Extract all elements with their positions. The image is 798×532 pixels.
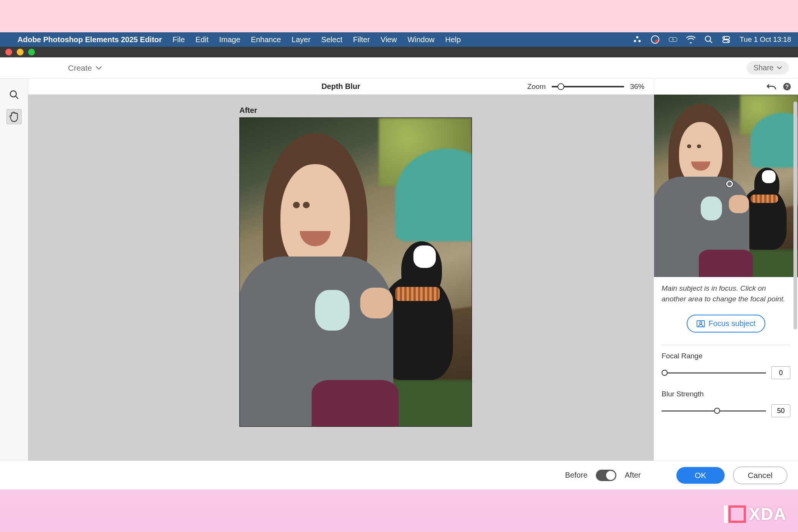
svg-text:?: ?: [785, 83, 788, 90]
focus-subject-button[interactable]: Focus subject: [687, 315, 765, 332]
xda-watermark: XDA: [728, 505, 787, 524]
create-dropdown[interactable]: Create: [68, 63, 102, 73]
battery-icon[interactable]: [669, 37, 677, 42]
adjustments-panel: ? Main subject is in focus. Click on ano…: [654, 79, 798, 461]
svg-point-1: [634, 40, 636, 42]
chevron-down-icon: [96, 66, 102, 70]
clock[interactable]: Tue 1 Oct 13:18: [739, 35, 791, 44]
tool-palette: [0, 79, 28, 461]
menu-enhance[interactable]: Enhance: [251, 35, 281, 44]
menu-edit[interactable]: Edit: [195, 35, 208, 44]
zoom-tool[interactable]: [6, 87, 22, 102]
chevron-down-icon: [777, 66, 782, 70]
focal-selector-image[interactable]: [654, 95, 798, 277]
portrait-icon: [697, 320, 705, 327]
cancel-button[interactable]: Cancel: [733, 467, 787, 484]
help-icon[interactable]: ?: [783, 82, 791, 91]
svg-point-2: [638, 40, 641, 42]
after-label: After: [239, 106, 257, 115]
menu-image[interactable]: Image: [219, 35, 241, 44]
zoom-slider-knob[interactable]: [557, 83, 564, 90]
before-label: Before: [565, 471, 587, 480]
menu-select[interactable]: Select: [321, 35, 342, 44]
svg-point-9: [724, 37, 725, 39]
svg-line-6: [710, 41, 712, 43]
focus-subject-label: Focus subject: [709, 319, 755, 328]
wifi-icon[interactable]: [686, 36, 695, 43]
record-icon[interactable]: [651, 35, 660, 44]
menu-view[interactable]: View: [380, 35, 397, 44]
macos-menubar: Adobe Photoshop Elements 2025 Editor Fil…: [0, 32, 798, 47]
menu-file[interactable]: File: [173, 35, 185, 44]
window-titlebar: [0, 47, 798, 57]
divider: [662, 345, 790, 345]
search-icon[interactable]: [705, 35, 713, 44]
ok-button[interactable]: OK: [676, 467, 724, 484]
after-label: After: [625, 471, 641, 480]
zoom-label: Zoom: [527, 82, 546, 91]
hint-text: Main subject is in focus. Click on anoth…: [662, 283, 790, 304]
svg-point-10: [727, 41, 729, 42]
app-name: Adobe Photoshop Elements 2025 Editor: [17, 35, 162, 44]
menu-window[interactable]: Window: [407, 35, 434, 44]
blur-strength-label: Blur Strength: [662, 390, 790, 398]
before-after-toggle[interactable]: [596, 470, 616, 481]
svg-point-16: [700, 322, 702, 324]
minimize-window-button[interactable]: [17, 49, 24, 55]
focal-range-knob[interactable]: [662, 370, 668, 376]
svg-point-0: [636, 36, 638, 38]
focal-range-value[interactable]: 0: [771, 366, 790, 379]
menu-filter[interactable]: Filter: [353, 35, 370, 44]
share-dropdown[interactable]: Share: [747, 61, 789, 74]
svg-line-12: [16, 96, 18, 99]
control-center-icon[interactable]: [722, 35, 730, 44]
share-label: Share: [754, 63, 774, 72]
focal-range-slider[interactable]: [662, 372, 766, 374]
mode-title: Depth Blur: [321, 82, 360, 91]
canvas-area: Depth Blur Zoom 36% After: [28, 79, 654, 461]
undo-icon[interactable]: [767, 83, 777, 90]
app-topbar: Create Share: [0, 57, 798, 79]
zoom-slider[interactable]: [552, 86, 624, 87]
svg-point-11: [10, 91, 16, 97]
blur-strength-slider[interactable]: [662, 410, 766, 412]
svg-point-3: [651, 36, 659, 43]
zoom-value: 36%: [630, 82, 644, 91]
svg-point-5: [705, 36, 711, 41]
panel-scrollbar[interactable]: [793, 101, 797, 329]
focal-point-marker[interactable]: [726, 180, 733, 187]
focal-range-label: Focal Range: [662, 352, 790, 360]
blur-strength-value[interactable]: 50: [771, 404, 790, 417]
menu-help[interactable]: Help: [445, 35, 461, 44]
blur-strength-knob[interactable]: [714, 408, 720, 414]
svg-point-4: [655, 40, 658, 43]
menu-layer[interactable]: Layer: [291, 35, 310, 44]
zoom-window-button[interactable]: [28, 49, 35, 55]
status-dots-icon[interactable]: [633, 35, 641, 44]
close-window-button[interactable]: [5, 49, 12, 55]
hand-tool[interactable]: [6, 109, 22, 124]
create-label: Create: [68, 63, 92, 73]
preview-image-after[interactable]: [239, 117, 472, 427]
bottom-bar: Before After OK Cancel: [0, 461, 798, 489]
